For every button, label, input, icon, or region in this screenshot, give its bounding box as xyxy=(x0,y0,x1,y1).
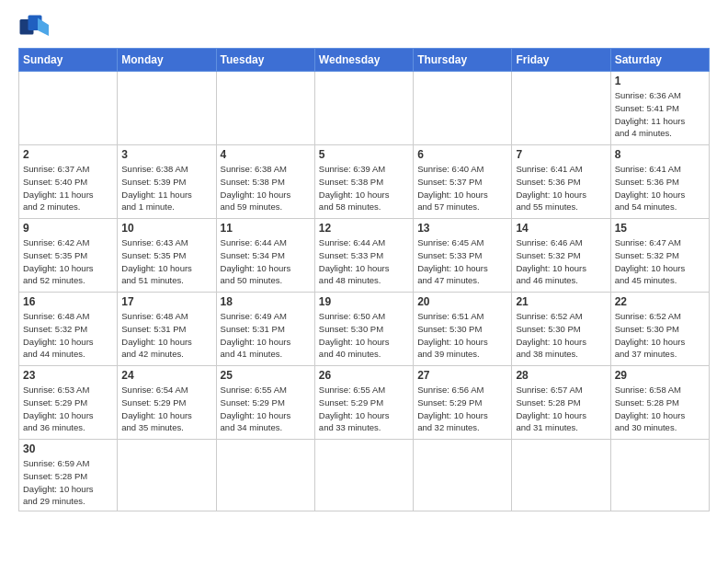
calendar-cell: 8Sunrise: 6:41 AM Sunset: 5:36 PM Daylig… xyxy=(610,145,709,219)
day-number: 20 xyxy=(417,295,507,308)
calendar-week-2: 2Sunrise: 6:37 AM Sunset: 5:40 PM Daylig… xyxy=(19,145,710,219)
calendar-cell: 10Sunrise: 6:43 AM Sunset: 5:35 PM Dayli… xyxy=(118,219,216,293)
header-day-monday: Monday xyxy=(118,49,216,72)
day-info: Sunrise: 6:54 AM Sunset: 5:29 PM Dayligh… xyxy=(121,384,211,434)
day-info: Sunrise: 6:55 AM Sunset: 5:29 PM Dayligh… xyxy=(221,384,311,434)
day-number: 3 xyxy=(121,148,211,161)
calendar-cell: 21Sunrise: 6:52 AM Sunset: 5:30 PM Dayli… xyxy=(512,293,610,366)
day-info: Sunrise: 6:41 AM Sunset: 5:36 PM Dayligh… xyxy=(615,163,705,213)
day-number: 15 xyxy=(615,222,705,235)
day-number: 12 xyxy=(319,222,409,235)
logo-icon xyxy=(18,15,51,40)
day-number: 13 xyxy=(417,222,507,235)
header-day-wednesday: Wednesday xyxy=(314,49,413,72)
calendar-cell xyxy=(610,440,709,511)
day-info: Sunrise: 6:44 AM Sunset: 5:34 PM Dayligh… xyxy=(221,236,311,287)
day-info: Sunrise: 6:58 AM Sunset: 5:28 PM Dayligh… xyxy=(615,384,705,434)
calendar-cell: 18Sunrise: 6:49 AM Sunset: 5:31 PM Dayli… xyxy=(216,293,314,366)
calendar-cell: 11Sunrise: 6:44 AM Sunset: 5:34 PM Dayli… xyxy=(216,219,314,293)
day-info: Sunrise: 6:59 AM Sunset: 5:28 PM Dayligh… xyxy=(23,457,113,508)
day-info: Sunrise: 6:52 AM Sunset: 5:30 PM Dayligh… xyxy=(516,310,606,361)
calendar-cell: 25Sunrise: 6:55 AM Sunset: 5:29 PM Dayli… xyxy=(216,366,314,440)
calendar-header-row: SundayMondayTuesdayWednesdayThursdayFrid… xyxy=(19,49,710,72)
calendar-cell: 14Sunrise: 6:46 AM Sunset: 5:32 PM Dayli… xyxy=(512,219,610,293)
calendar-cell: 26Sunrise: 6:55 AM Sunset: 5:29 PM Dayli… xyxy=(314,366,413,440)
calendar-cell: 13Sunrise: 6:45 AM Sunset: 5:33 PM Dayli… xyxy=(414,219,512,293)
day-number: 10 xyxy=(121,222,211,235)
day-info: Sunrise: 6:40 AM Sunset: 5:37 PM Dayligh… xyxy=(417,163,507,213)
day-number: 7 xyxy=(516,148,606,161)
calendar-cell: 19Sunrise: 6:50 AM Sunset: 5:30 PM Dayli… xyxy=(314,293,413,366)
calendar-week-6: 30Sunrise: 6:59 AM Sunset: 5:28 PM Dayli… xyxy=(19,440,710,511)
day-info: Sunrise: 6:39 AM Sunset: 5:38 PM Dayligh… xyxy=(319,163,409,213)
day-info: Sunrise: 6:42 AM Sunset: 5:35 PM Dayligh… xyxy=(23,236,113,287)
calendar-cell: 28Sunrise: 6:57 AM Sunset: 5:28 PM Dayli… xyxy=(512,366,610,440)
day-number: 6 xyxy=(417,148,507,161)
day-info: Sunrise: 6:51 AM Sunset: 5:30 PM Dayligh… xyxy=(417,310,507,361)
day-number: 19 xyxy=(319,295,409,308)
day-info: Sunrise: 6:41 AM Sunset: 5:36 PM Dayligh… xyxy=(516,163,606,213)
day-number: 23 xyxy=(23,369,113,382)
page-header xyxy=(18,15,710,40)
day-number: 28 xyxy=(516,369,606,382)
day-info: Sunrise: 6:53 AM Sunset: 5:29 PM Dayligh… xyxy=(23,384,113,434)
day-info: Sunrise: 6:45 AM Sunset: 5:33 PM Dayligh… xyxy=(417,236,507,287)
day-number: 17 xyxy=(121,295,211,308)
calendar-cell: 22Sunrise: 6:52 AM Sunset: 5:30 PM Dayli… xyxy=(610,293,709,366)
calendar-cell xyxy=(314,72,413,145)
calendar-cell xyxy=(216,440,314,511)
day-number: 8 xyxy=(615,148,705,161)
header-day-friday: Friday xyxy=(512,49,610,72)
day-number: 18 xyxy=(221,295,311,308)
calendar-cell xyxy=(314,440,413,511)
calendar-cell: 27Sunrise: 6:56 AM Sunset: 5:29 PM Dayli… xyxy=(414,366,512,440)
day-info: Sunrise: 6:38 AM Sunset: 5:38 PM Dayligh… xyxy=(221,163,311,213)
day-number: 1 xyxy=(615,75,705,87)
day-number: 4 xyxy=(221,148,311,161)
day-number: 25 xyxy=(221,369,311,382)
header-day-thursday: Thursday xyxy=(414,49,512,72)
day-number: 14 xyxy=(516,222,606,235)
calendar: SundayMondayTuesdayWednesdayThursdayFrid… xyxy=(18,48,710,511)
day-info: Sunrise: 6:44 AM Sunset: 5:33 PM Dayligh… xyxy=(319,236,409,287)
calendar-cell xyxy=(414,440,512,511)
day-number: 9 xyxy=(23,222,113,235)
day-number: 30 xyxy=(23,442,113,455)
calendar-cell: 30Sunrise: 6:59 AM Sunset: 5:28 PM Dayli… xyxy=(19,440,118,511)
day-number: 27 xyxy=(417,369,507,382)
day-info: Sunrise: 6:55 AM Sunset: 5:29 PM Dayligh… xyxy=(319,384,409,434)
day-info: Sunrise: 6:56 AM Sunset: 5:29 PM Dayligh… xyxy=(417,384,507,434)
calendar-cell: 1Sunrise: 6:36 AM Sunset: 5:41 PM Daylig… xyxy=(610,72,709,145)
day-number: 2 xyxy=(23,148,113,161)
calendar-cell xyxy=(118,72,216,145)
calendar-cell: 5Sunrise: 6:39 AM Sunset: 5:38 PM Daylig… xyxy=(314,145,413,219)
day-info: Sunrise: 6:57 AM Sunset: 5:28 PM Dayligh… xyxy=(516,384,606,434)
day-info: Sunrise: 6:43 AM Sunset: 5:35 PM Dayligh… xyxy=(121,236,211,287)
calendar-cell: 2Sunrise: 6:37 AM Sunset: 5:40 PM Daylig… xyxy=(19,145,118,219)
header-day-saturday: Saturday xyxy=(610,49,709,72)
day-number: 29 xyxy=(615,369,705,382)
calendar-week-5: 23Sunrise: 6:53 AM Sunset: 5:29 PM Dayli… xyxy=(19,366,710,440)
day-info: Sunrise: 6:50 AM Sunset: 5:30 PM Dayligh… xyxy=(319,310,409,361)
day-info: Sunrise: 6:37 AM Sunset: 5:40 PM Dayligh… xyxy=(23,163,113,213)
calendar-cell: 12Sunrise: 6:44 AM Sunset: 5:33 PM Dayli… xyxy=(314,219,413,293)
day-info: Sunrise: 6:38 AM Sunset: 5:39 PM Dayligh… xyxy=(121,163,211,213)
calendar-week-4: 16Sunrise: 6:48 AM Sunset: 5:32 PM Dayli… xyxy=(19,293,710,366)
day-number: 11 xyxy=(221,222,311,235)
calendar-cell: 29Sunrise: 6:58 AM Sunset: 5:28 PM Dayli… xyxy=(610,366,709,440)
calendar-cell: 24Sunrise: 6:54 AM Sunset: 5:29 PM Dayli… xyxy=(118,366,216,440)
day-info: Sunrise: 6:46 AM Sunset: 5:32 PM Dayligh… xyxy=(516,236,606,287)
day-info: Sunrise: 6:49 AM Sunset: 5:31 PM Dayligh… xyxy=(221,310,311,361)
calendar-cell: 9Sunrise: 6:42 AM Sunset: 5:35 PM Daylig… xyxy=(19,219,118,293)
calendar-cell: 15Sunrise: 6:47 AM Sunset: 5:32 PM Dayli… xyxy=(610,219,709,293)
calendar-cell: 4Sunrise: 6:38 AM Sunset: 5:38 PM Daylig… xyxy=(216,145,314,219)
calendar-cell: 23Sunrise: 6:53 AM Sunset: 5:29 PM Dayli… xyxy=(19,366,118,440)
calendar-cell: 3Sunrise: 6:38 AM Sunset: 5:39 PM Daylig… xyxy=(118,145,216,219)
day-number: 5 xyxy=(319,148,409,161)
calendar-week-1: 1Sunrise: 6:36 AM Sunset: 5:41 PM Daylig… xyxy=(19,72,710,145)
calendar-cell: 20Sunrise: 6:51 AM Sunset: 5:30 PM Dayli… xyxy=(414,293,512,366)
calendar-cell: 16Sunrise: 6:48 AM Sunset: 5:32 PM Dayli… xyxy=(19,293,118,366)
day-info: Sunrise: 6:47 AM Sunset: 5:32 PM Dayligh… xyxy=(615,236,705,287)
calendar-cell xyxy=(19,72,118,145)
day-info: Sunrise: 6:48 AM Sunset: 5:31 PM Dayligh… xyxy=(121,310,211,361)
